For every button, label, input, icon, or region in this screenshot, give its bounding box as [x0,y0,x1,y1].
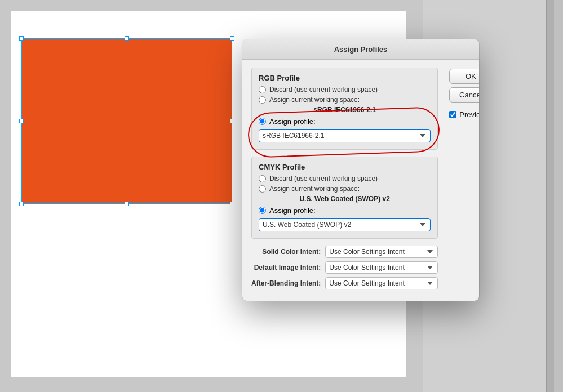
preview-checkbox-row[interactable]: Preview [449,110,479,119]
cancel-button[interactable]: Cancel [449,87,479,103]
rgb-profile-dropdown[interactable]: sRGB IEC61966-2.1 Adobe RGB (1998) ProPh… [259,129,431,142]
preview-row: Preview [449,110,479,119]
dialog-actions: OK Cancel Preview [447,68,479,293]
default-image-intent-dropdown[interactable]: Use Color Settings Intent Perceptual Sat… [325,261,438,274]
after-blending-intent-row: After-Blending Intent: Use Color Setting… [251,277,438,289]
cmyk-section-header: CMYK Profile [259,163,431,171]
dialog-body: RGB Profile Discard (use current working… [242,60,479,301]
right-panel-inner [554,0,563,392]
rgb-working-label: Assign current working space: [269,96,360,104]
intent-section: Solid Color Intent: Use Color Settings I… [251,246,438,289]
assign-profiles-dialog: Assign Profiles RGB Profile Discard (use… [242,39,479,301]
handle-bottom-right[interactable] [230,202,234,206]
dialog-title: Assign Profiles [334,45,388,54]
rgb-discard-radio[interactable] [259,86,266,93]
rgb-working-space-value: sRGB IEC61966-2.1 [259,106,431,114]
preview-checkbox[interactable] [449,111,456,118]
cmyk-working-space-value: U.S. Web Coated (SWOP) v2 [259,195,431,203]
rgb-discard-row: Discard (use current working space) [259,86,431,93]
cmyk-profile-dropdown[interactable]: U.S. Web Coated (SWOP) v2 U.S. Sheetfed … [259,218,431,231]
solid-color-intent-label: Solid Color Intent: [262,248,321,256]
default-image-intent-row: Default Image Intent: Use Color Settings… [251,261,438,274]
guide-vertical [237,11,237,377]
cmyk-discard-label: Discard (use current working space) [269,175,378,182]
right-panel [546,0,563,392]
rgb-profile-radio[interactable] [259,118,266,125]
handle-top-left[interactable] [19,36,24,41]
solid-color-intent-row: Solid Color Intent: Use Color Settings I… [251,246,438,258]
cmyk-working-radio[interactable] [259,185,266,193]
cmyk-section: CMYK Profile Discard (use current workin… [251,157,438,239]
cmyk-assign-profile-row: Assign profile: [259,206,431,215]
handle-middle-left[interactable] [19,119,24,123]
cmyk-working-label: Assign current working space: [269,185,360,193]
cmyk-profile-radio[interactable] [259,207,266,214]
cmyk-discard-row: Discard (use current working space) [259,175,431,182]
dialog-titlebar: Assign Profiles [242,39,479,60]
orange-rectangle [21,38,232,204]
after-blending-intent-dropdown[interactable]: Use Color Settings Intent Perceptual Sat… [325,277,438,289]
selected-object [17,34,237,208]
rgb-section: RGB Profile Discard (use current working… [251,68,438,150]
ok-button[interactable]: OK [449,69,479,84]
preview-label: Preview [459,110,479,119]
rgb-assign-working-row: Assign current working space: [259,96,431,104]
rgb-discard-label: Discard (use current working space) [269,86,378,93]
cmyk-assign-working-row: Assign current working space: [259,185,431,193]
rgb-profile-label: Assign profile: [269,117,316,126]
solid-color-intent-dropdown[interactable]: Use Color Settings Intent Perceptual Sat… [325,246,438,258]
handle-top-middle[interactable] [125,36,129,41]
handle-middle-right[interactable] [230,119,234,123]
after-blending-intent-label: After-Blending Intent: [251,279,321,287]
rgb-section-header: RGB Profile [259,74,431,82]
handle-top-right[interactable] [230,36,234,41]
handle-bottom-left[interactable] [19,202,24,206]
rgb-assign-profile-row: Assign profile: [259,117,431,126]
cmyk-discard-radio[interactable] [259,175,266,182]
rgb-working-radio[interactable] [259,96,266,104]
cmyk-profile-label: Assign profile: [269,206,316,215]
handle-bottom-middle[interactable] [125,202,129,206]
default-image-intent-label: Default Image Intent: [254,264,321,271]
dialog-main-content: RGB Profile Discard (use current working… [242,68,447,293]
